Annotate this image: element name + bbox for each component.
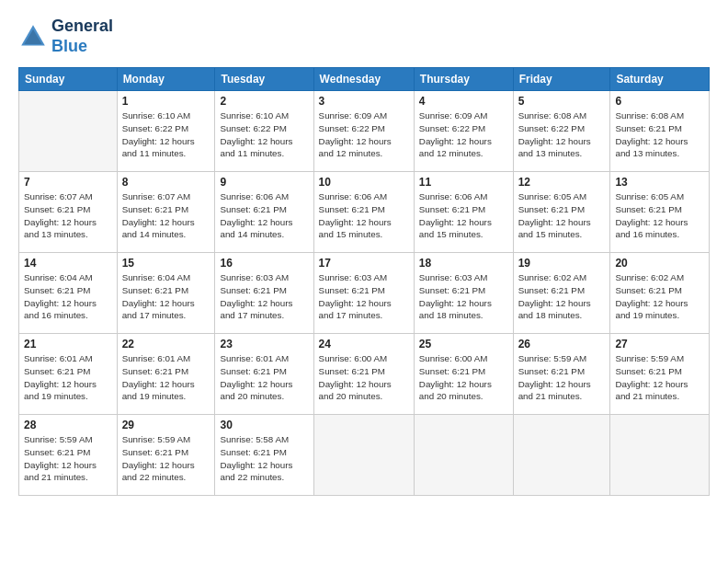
day-info: Sunrise: 6:08 AMSunset: 6:21 PMDaylight:… [615, 109, 704, 160]
day-number: 30 [220, 419, 308, 431]
day-number: 18 [419, 257, 508, 270]
day-info: Sunrise: 6:09 AMSunset: 6:22 PMDaylight:… [319, 109, 409, 160]
day-number: 6 [615, 95, 704, 108]
day-number: 2 [220, 95, 308, 108]
calendar-week-2: 7Sunrise: 6:07 AMSunset: 6:21 PMDaylight… [19, 172, 710, 253]
calendar-day: 7Sunrise: 6:07 AMSunset: 6:21 PMDaylight… [19, 172, 118, 253]
day-number: 7 [24, 176, 112, 189]
day-number: 19 [518, 257, 606, 270]
day-info: Sunrise: 6:03 AMSunset: 6:21 PMDaylight:… [419, 271, 508, 322]
calendar-day: 19Sunrise: 6:02 AMSunset: 6:21 PMDayligh… [513, 253, 610, 334]
day-number: 4 [419, 95, 508, 108]
calendar-day: 12Sunrise: 6:05 AMSunset: 6:21 PMDayligh… [513, 172, 610, 253]
calendar-header-row: SundayMondayTuesdayWednesdayThursdayFrid… [19, 68, 710, 91]
day-info: Sunrise: 6:05 AMSunset: 6:21 PMDaylight:… [615, 190, 704, 241]
day-number: 5 [518, 95, 606, 108]
calendar-day: 23Sunrise: 6:01 AMSunset: 6:21 PMDayligh… [215, 334, 313, 415]
day-info: Sunrise: 5:59 AMSunset: 6:21 PMDaylight:… [122, 433, 210, 484]
calendar-week-1: 1Sunrise: 6:10 AMSunset: 6:22 PMDaylight… [19, 91, 710, 172]
day-number: 17 [319, 257, 409, 270]
col-header-monday: Monday [117, 68, 215, 91]
calendar-day: 25Sunrise: 6:00 AMSunset: 6:21 PMDayligh… [414, 334, 513, 415]
day-number: 26 [518, 338, 606, 350]
calendar-day: 21Sunrise: 6:01 AMSunset: 6:21 PMDayligh… [19, 334, 118, 415]
day-info: Sunrise: 6:00 AMSunset: 6:21 PMDaylight:… [319, 352, 409, 403]
day-info: Sunrise: 6:04 AMSunset: 6:21 PMDaylight:… [24, 271, 112, 322]
day-info: Sunrise: 5:59 AMSunset: 6:21 PMDaylight:… [518, 352, 606, 403]
day-info: Sunrise: 6:06 AMSunset: 6:21 PMDaylight:… [220, 190, 308, 241]
day-number: 13 [615, 176, 704, 189]
day-number: 11 [419, 176, 508, 189]
col-header-tuesday: Tuesday [215, 68, 313, 91]
calendar-day: 6Sunrise: 6:08 AMSunset: 6:21 PMDaylight… [610, 91, 710, 172]
day-number: 15 [122, 257, 210, 270]
day-info: Sunrise: 6:03 AMSunset: 6:21 PMDaylight:… [319, 271, 409, 322]
day-number: 21 [24, 338, 112, 350]
calendar-day: 17Sunrise: 6:03 AMSunset: 6:21 PMDayligh… [313, 253, 414, 334]
calendar-day [513, 415, 610, 496]
day-info: Sunrise: 6:07 AMSunset: 6:21 PMDaylight:… [24, 190, 112, 241]
calendar-day: 14Sunrise: 6:04 AMSunset: 6:21 PMDayligh… [19, 253, 118, 334]
calendar-day [19, 91, 118, 172]
day-info: Sunrise: 6:08 AMSunset: 6:22 PMDaylight:… [518, 109, 606, 160]
calendar-day: 26Sunrise: 5:59 AMSunset: 6:21 PMDayligh… [513, 334, 610, 415]
day-info: Sunrise: 6:01 AMSunset: 6:21 PMDaylight:… [122, 352, 210, 403]
col-header-wednesday: Wednesday [313, 68, 414, 91]
day-number: 1 [122, 95, 210, 108]
col-header-sunday: Sunday [19, 68, 118, 91]
day-info: Sunrise: 6:05 AMSunset: 6:21 PMDaylight:… [518, 190, 606, 241]
day-number: 25 [419, 338, 508, 350]
calendar-day: 9Sunrise: 6:06 AMSunset: 6:21 PMDaylight… [215, 172, 313, 253]
day-number: 28 [24, 419, 112, 431]
day-number: 3 [319, 95, 409, 108]
day-info: Sunrise: 6:04 AMSunset: 6:21 PMDaylight:… [122, 271, 210, 322]
day-info: Sunrise: 6:09 AMSunset: 6:22 PMDaylight:… [419, 109, 508, 160]
calendar-week-3: 14Sunrise: 6:04 AMSunset: 6:21 PMDayligh… [19, 253, 710, 334]
day-info: Sunrise: 5:58 AMSunset: 6:21 PMDaylight:… [220, 433, 308, 484]
logo: General Blue [18, 17, 113, 56]
calendar-day: 18Sunrise: 6:03 AMSunset: 6:21 PMDayligh… [414, 253, 513, 334]
day-number: 14 [24, 257, 112, 270]
day-number: 27 [615, 338, 704, 350]
day-info: Sunrise: 6:07 AMSunset: 6:21 PMDaylight:… [122, 190, 210, 241]
calendar-day: 15Sunrise: 6:04 AMSunset: 6:21 PMDayligh… [117, 253, 215, 334]
calendar-day: 8Sunrise: 6:07 AMSunset: 6:21 PMDaylight… [117, 172, 215, 253]
day-number: 9 [220, 176, 308, 189]
day-info: Sunrise: 6:10 AMSunset: 6:22 PMDaylight:… [220, 109, 308, 160]
page-header: General Blue [18, 17, 710, 56]
day-info: Sunrise: 6:01 AMSunset: 6:21 PMDaylight:… [220, 352, 308, 403]
day-info: Sunrise: 5:59 AMSunset: 6:21 PMDaylight:… [615, 352, 704, 403]
day-info: Sunrise: 6:06 AMSunset: 6:21 PMDaylight:… [319, 190, 409, 241]
day-number: 8 [122, 176, 210, 189]
day-number: 23 [220, 338, 308, 350]
calendar-day: 1Sunrise: 6:10 AMSunset: 6:22 PMDaylight… [117, 91, 215, 172]
calendar-day: 28Sunrise: 5:59 AMSunset: 6:21 PMDayligh… [19, 415, 118, 496]
calendar-day [610, 415, 710, 496]
day-number: 29 [122, 419, 210, 431]
calendar-week-4: 21Sunrise: 6:01 AMSunset: 6:21 PMDayligh… [19, 334, 710, 415]
calendar-day: 5Sunrise: 6:08 AMSunset: 6:22 PMDaylight… [513, 91, 610, 172]
calendar-day: 30Sunrise: 5:58 AMSunset: 6:21 PMDayligh… [215, 415, 313, 496]
calendar-day: 3Sunrise: 6:09 AMSunset: 6:22 PMDaylight… [313, 91, 414, 172]
calendar-day: 4Sunrise: 6:09 AMSunset: 6:22 PMDaylight… [414, 91, 513, 172]
day-info: Sunrise: 5:59 AMSunset: 6:21 PMDaylight:… [24, 433, 112, 484]
calendar-day: 29Sunrise: 5:59 AMSunset: 6:21 PMDayligh… [117, 415, 215, 496]
calendar-day: 24Sunrise: 6:00 AMSunset: 6:21 PMDayligh… [313, 334, 414, 415]
calendar-week-5: 28Sunrise: 5:59 AMSunset: 6:21 PMDayligh… [19, 415, 710, 496]
calendar-day: 2Sunrise: 6:10 AMSunset: 6:22 PMDaylight… [215, 91, 313, 172]
calendar-day: 22Sunrise: 6:01 AMSunset: 6:21 PMDayligh… [117, 334, 215, 415]
day-info: Sunrise: 6:06 AMSunset: 6:21 PMDaylight:… [419, 190, 508, 241]
calendar-day: 13Sunrise: 6:05 AMSunset: 6:21 PMDayligh… [610, 172, 710, 253]
col-header-friday: Friday [513, 68, 610, 91]
day-info: Sunrise: 6:00 AMSunset: 6:21 PMDaylight:… [419, 352, 508, 403]
calendar-day: 10Sunrise: 6:06 AMSunset: 6:21 PMDayligh… [313, 172, 414, 253]
day-number: 22 [122, 338, 210, 350]
logo-text: General Blue [51, 17, 113, 56]
day-number: 24 [319, 338, 409, 350]
day-number: 20 [615, 257, 704, 270]
calendar-table: SundayMondayTuesdayWednesdayThursdayFrid… [18, 67, 710, 496]
day-info: Sunrise: 6:03 AMSunset: 6:21 PMDaylight:… [220, 271, 308, 322]
day-number: 10 [319, 176, 409, 189]
logo-icon [18, 22, 48, 52]
col-header-saturday: Saturday [610, 68, 710, 91]
